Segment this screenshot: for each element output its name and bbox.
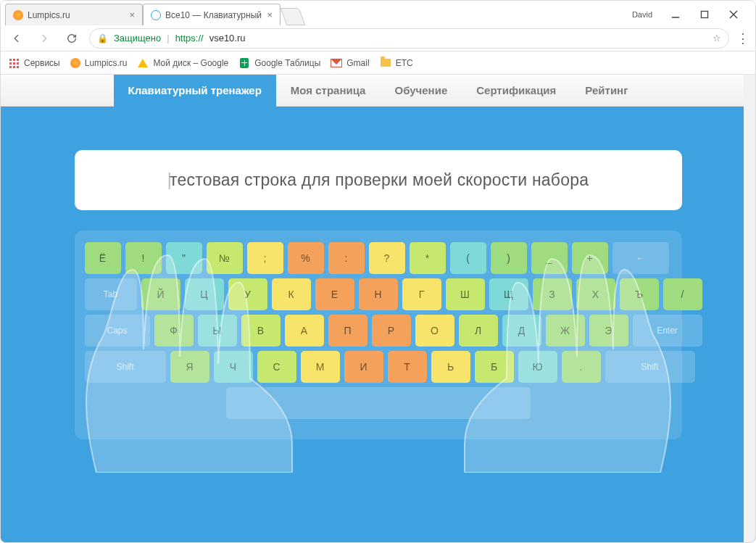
- url-scheme: https://: [175, 33, 204, 43]
- keyboard-key[interactable]: Щ: [489, 278, 528, 310]
- site-nav-item[interactable]: Рейтинг: [570, 75, 642, 107]
- bookmark-item[interactable]: Google Таблицы: [238, 57, 320, 69]
- secure-label: Защищено: [114, 33, 161, 43]
- site-navigation: Клавиатурный тренажерМоя страницаОбучени…: [1, 75, 755, 107]
- keyboard-key[interactable]: Tab: [85, 278, 137, 310]
- maximize-button[interactable]: [690, 4, 719, 25]
- keyboard-key[interactable]: Н: [359, 278, 398, 310]
- keyboard-key[interactable]: ?: [369, 242, 405, 274]
- keyboard-key[interactable]: Ф: [154, 315, 194, 347]
- keyboard-key[interactable]: У: [228, 278, 267, 310]
- bookmark-item[interactable]: Мой диск – Google: [137, 57, 228, 69]
- keyboard-key[interactable]: Shift: [85, 351, 166, 383]
- tab-title: Все10 — Клавиатурный: [165, 10, 262, 20]
- keyboard-key[interactable]: _: [531, 242, 568, 274]
- keyboard-key[interactable]: В: [241, 315, 281, 347]
- bookmark-label: Мой диск – Google: [153, 58, 228, 68]
- site-nav-item[interactable]: Обучение: [380, 75, 462, 107]
- keyboard-key[interactable]: Ё: [85, 242, 121, 274]
- keyboard-key[interactable]: Caps: [85, 315, 150, 347]
- keyboard-key[interactable]: Ж: [546, 315, 585, 347]
- profile-label[interactable]: David: [632, 10, 652, 19]
- bookmark-label: ETC: [396, 58, 413, 68]
- close-icon[interactable]: ×: [129, 9, 135, 20]
- new-tab-button[interactable]: [281, 8, 306, 25]
- keyboard-key[interactable]: .: [562, 351, 601, 383]
- keyboard-key[interactable]: П: [328, 315, 367, 347]
- keyboard-key[interactable]: О: [415, 315, 454, 347]
- site-nav-item[interactable]: Моя страница: [276, 75, 381, 107]
- keyboard-key[interactable]: Б: [475, 351, 514, 383]
- keyboard-key[interactable]: Ю: [518, 351, 557, 383]
- keyboard-key[interactable]: ←: [612, 242, 669, 274]
- minimize-button[interactable]: [661, 4, 690, 25]
- svg-rect-1: [702, 12, 708, 18]
- keyboard-key[interactable]: Shift: [605, 351, 695, 383]
- keyboard-key[interactable]: Г: [402, 278, 441, 310]
- reload-button[interactable]: [62, 28, 82, 49]
- bookmark-label: Google Таблицы: [254, 58, 320, 68]
- keyboard-key[interactable]: ;: [247, 242, 283, 274]
- keyboard-key[interactable]: *: [410, 242, 446, 274]
- keyboard-key[interactable]: Ч: [214, 351, 253, 383]
- keyboard-key[interactable]: !: [125, 242, 162, 274]
- keyboard-key[interactable]: Л: [459, 315, 498, 347]
- keyboard-key[interactable]: %: [288, 242, 324, 274]
- browser-menu-button[interactable]: ⋮: [736, 30, 749, 46]
- bookmark-apps[interactable]: Сервисы: [8, 57, 60, 69]
- keyboard-key[interactable]: (: [450, 242, 486, 274]
- address-bar[interactable]: 🔒 Защищено | https://vse10.ru ☆: [89, 28, 729, 49]
- keyboard-key[interactable]: Д: [502, 315, 541, 347]
- keyboard-key[interactable]: ": [166, 242, 202, 274]
- keyboard-key[interactable]: Enter: [633, 315, 702, 347]
- browser-tab-inactive[interactable]: Lumpics.ru ×: [5, 4, 143, 25]
- keyboard-key[interactable]: К: [272, 278, 311, 310]
- keyboard-key[interactable]: Э: [589, 315, 628, 347]
- separator: |: [167, 33, 169, 43]
- keyboard-key[interactable]: М: [301, 351, 340, 383]
- keyboard-key[interactable]: +: [572, 242, 608, 274]
- sheets-icon: [240, 58, 249, 68]
- bookmark-item[interactable]: ETC: [380, 57, 413, 69]
- keyboard-key[interactable]: А: [285, 315, 324, 347]
- apps-icon: [9, 58, 19, 68]
- keyboard-key[interactable]: :: [328, 242, 365, 274]
- close-window-button[interactable]: [719, 4, 748, 25]
- favicon-icon: 10: [151, 10, 161, 20]
- keyboard-key[interactable]: ): [491, 242, 527, 274]
- keyboard-key[interactable]: Ы: [198, 315, 237, 347]
- site-nav-item[interactable]: Клавиатурный тренажер: [114, 75, 276, 107]
- keyboard-key[interactable]: Ц: [185, 278, 224, 310]
- keyboard-key[interactable]: Р: [372, 315, 411, 347]
- nav-forward-button[interactable]: [34, 28, 54, 49]
- typing-input[interactable]: |тестовая строка для проверки моей скоро…: [75, 150, 682, 210]
- page-content: Клавиатурный тренажерМоя страницаОбучени…: [1, 75, 755, 542]
- keyboard-key[interactable]: /: [663, 278, 702, 310]
- keyboard-key[interactable]: З: [533, 278, 572, 310]
- keyboard-key[interactable]: №: [207, 242, 243, 274]
- keyboard-key[interactable]: Е: [315, 278, 354, 310]
- training-area: |тестовая строка для проверки моей скоро…: [1, 107, 755, 542]
- keyboard-key[interactable]: Й: [141, 278, 180, 310]
- window-controls: David: [632, 4, 755, 25]
- bookmark-item[interactable]: Gmail: [331, 57, 369, 69]
- keyboard-key-space[interactable]: [226, 387, 531, 419]
- site-nav-item[interactable]: Сертификация: [462, 75, 570, 107]
- lock-icon: 🔒: [97, 33, 108, 43]
- nav-back-button[interactable]: [7, 28, 27, 49]
- bookmark-label: Gmail: [346, 58, 369, 68]
- bookmark-star-icon[interactable]: ☆: [713, 33, 721, 43]
- keyboard-key[interactable]: С: [257, 351, 296, 383]
- bookmark-item[interactable]: Lumpics.ru: [70, 58, 128, 68]
- keyboard-key[interactable]: Т: [388, 351, 427, 383]
- keyboard-key[interactable]: Ъ: [620, 278, 659, 310]
- keyboard-key[interactable]: Ь: [431, 351, 470, 383]
- bookmark-label: Сервисы: [24, 58, 60, 68]
- keyboard-key[interactable]: Я: [170, 351, 209, 383]
- keyboard-key[interactable]: Х: [576, 278, 615, 310]
- keyboard-key[interactable]: И: [344, 351, 383, 383]
- browser-tab-active[interactable]: 10 Все10 — Клавиатурный ×: [143, 4, 281, 25]
- keyboard-key[interactable]: Ш: [446, 278, 485, 310]
- close-icon[interactable]: ×: [267, 9, 273, 20]
- vertical-scrollbar[interactable]: [744, 75, 755, 542]
